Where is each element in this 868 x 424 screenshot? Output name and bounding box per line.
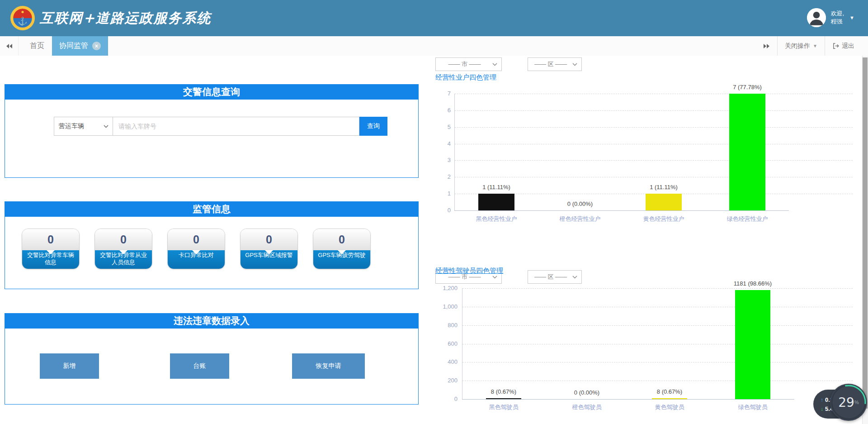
stat-card[interactable]: 0GPS车辆疲劳驾驶 [313, 229, 371, 269]
plate-number-input[interactable] [113, 117, 359, 136]
main-content: 交警信息查询 营运车辆 查询 监管信息 0交警比对异常车辆信息0交警比对异常从业… [0, 56, 862, 424]
y-tick-label: 400 [430, 358, 458, 365]
query-form: 营运车辆 查询 [54, 117, 387, 136]
operators-four-color-link[interactable]: 经营性业户四色管理 [435, 73, 496, 82]
stat-card-label: 交警比对异常车辆信息 [22, 250, 79, 269]
y-tick-label: 7 [424, 90, 451, 97]
scrollbar-thumb[interactable] [863, 57, 868, 409]
y-tick-label: 3 [424, 157, 451, 163]
tab-label: 协同监管 [59, 41, 88, 51]
violation-entry-panel: 违法违章数据录入 新增 台账 恢复申请 [5, 313, 419, 405]
chevron-down-icon [492, 63, 497, 66]
stat-card-label: GPS车辆区域报警 [241, 250, 297, 269]
search-button[interactable]: 查询 [359, 117, 387, 136]
chevron-down-icon: ▼ [849, 15, 854, 20]
bar [729, 94, 765, 210]
notch-icon [265, 250, 273, 254]
city-select[interactable]: —— 市 —— [435, 57, 502, 71]
add-button[interactable]: 新增 [40, 353, 99, 379]
stat-card[interactable]: 0GPS车辆区域报警 [240, 229, 298, 269]
tabs-scroll-right-button[interactable] [756, 36, 777, 56]
tabs-scroll-left-button[interactable] [0, 36, 19, 56]
panel-body: 0交警比对异常车辆信息0交警比对异常从业人员信息0卡口异常比对0GPS车辆区域报… [5, 217, 419, 289]
double-chevron-right-icon [763, 43, 770, 49]
tab-bar: 首页 协同监管 × 关闭操作 ▼ 退出 [0, 36, 868, 56]
arrow-down-icon: ↓ [821, 406, 823, 412]
bar-category-label: 黑色经营性业户 [455, 215, 538, 223]
bar-value-label: 7 (77.78%) [709, 84, 786, 91]
tab-label: 首页 [30, 41, 44, 51]
district-select[interactable]: —— 区 —— [528, 270, 582, 284]
y-tick-label: 200 [430, 377, 458, 384]
gridline [455, 144, 853, 144]
y-tick-label: 0 [424, 207, 451, 214]
recovery-request-button[interactable]: 恢复申请 [292, 353, 365, 379]
stat-card-value: 0 [168, 229, 225, 250]
y-tick-label: 2 [424, 173, 451, 180]
panel-body: 新增 台账 恢复申请 [5, 329, 419, 405]
bar [486, 398, 521, 399]
transport-emblem-logo: ⚓ [10, 5, 35, 31]
close-tab-icon[interactable]: × [92, 42, 101, 50]
username: 程强 [830, 18, 844, 26]
y-tick-label: 1,200 [430, 285, 458, 291]
ledger-button[interactable]: 台账 [170, 353, 229, 379]
chevron-down-icon [104, 125, 108, 128]
bar-value-label: 1181 (98.66%) [714, 280, 791, 287]
app-header: ⚓ 互联网+道路运政服务系统 欢迎, 程强 ▼ [0, 0, 868, 36]
y-tick-label: 5 [424, 124, 451, 130]
chevron-down-icon [492, 276, 497, 279]
logout-button[interactable]: 退出 [825, 36, 862, 56]
bar-category-label: 橙色经营性业户 [538, 215, 622, 223]
chevron-down-icon [572, 276, 577, 279]
tab-home[interactable]: 首页 [18, 36, 56, 56]
stat-card-label: 交警比对异常从业人员信息 [95, 250, 152, 269]
gridline [455, 127, 853, 128]
notch-icon [47, 250, 55, 254]
close-operations-menu[interactable]: 关闭操作 ▼ [778, 36, 825, 56]
tabbar-actions: 关闭操作 ▼ 退出 [756, 36, 862, 56]
chevron-down-icon: ▼ [813, 43, 817, 48]
notch-icon [192, 250, 200, 254]
gridline [455, 160, 853, 161]
vehicle-category-value: 营运车辆 [54, 122, 102, 130]
vehicle-category-select[interactable]: 营运车辆 [54, 117, 113, 136]
app-title: 互联网+道路运政服务系统 [40, 9, 211, 28]
user-menu[interactable]: 欢迎, 程强 ▼ [807, 8, 854, 27]
notch-icon [119, 250, 127, 254]
stat-card-value: 0 [95, 229, 152, 250]
drivers-four-color-link[interactable]: 经营性驾驶员四色管理 [435, 267, 503, 275]
logout-icon [832, 43, 839, 49]
bar [478, 194, 514, 210]
stat-card[interactable]: 0交警比对异常从业人员信息 [94, 229, 152, 269]
gridline [462, 307, 853, 307]
panel-body: 营运车辆 查询 [5, 100, 419, 178]
person-icon [807, 8, 826, 27]
bar-value-label: 1 (11.11%) [458, 184, 535, 191]
panel-title: 违法违章数据录入 [5, 313, 419, 329]
y-tick-label: 1 [424, 190, 451, 197]
memory-usage-ball[interactable]: 29 % [830, 384, 867, 421]
y-tick-label: 6 [424, 107, 451, 114]
y-tick-label: 1,000 [430, 303, 458, 310]
double-chevron-left-icon [6, 43, 13, 49]
stat-card[interactable]: 0交警比对异常车辆信息 [22, 229, 80, 269]
city-select-value: —— 市 —— [436, 60, 491, 68]
stat-card[interactable]: 0卡口异常比对 [167, 229, 225, 269]
police-info-query-panel: 交警信息查询 营运车辆 查询 [5, 84, 419, 178]
gridline [455, 94, 853, 94]
district-select-value: —— 区 —— [528, 273, 571, 281]
bar-category-label: 黑色驾驶员 [462, 403, 545, 411]
bar [735, 290, 770, 399]
tab-collaborative-supervision[interactable]: 协同监管 × [52, 36, 108, 56]
avatar[interactable] [807, 8, 826, 27]
bar [652, 398, 687, 399]
stat-card-value: 0 [22, 229, 79, 250]
y-tick-label: 800 [430, 322, 458, 329]
y-tick-label: 0 [430, 395, 458, 402]
district-select[interactable]: —— 区 —— [528, 57, 582, 71]
bar-category-label: 绿色经营性业户 [706, 215, 789, 223]
y-tick-label: 4 [424, 140, 451, 147]
chevron-down-icon [572, 63, 577, 66]
notch-icon [338, 250, 346, 254]
